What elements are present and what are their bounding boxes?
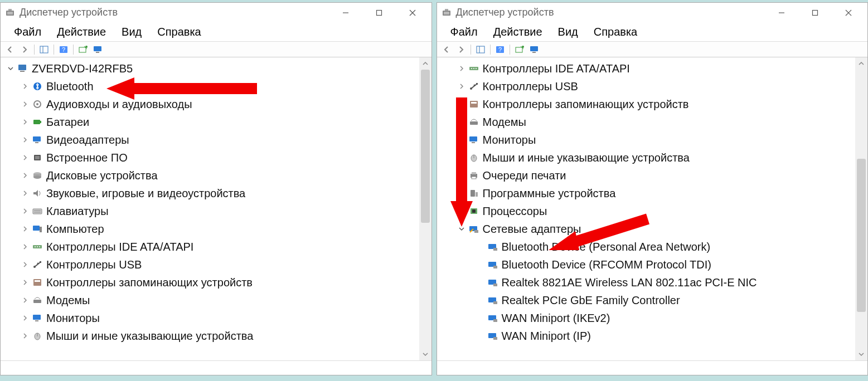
close-button[interactable] [832, 3, 865, 23]
tree-item[interactable]: Мыши и иные указывающие устройства [443, 149, 856, 167]
svg-rect-11 [79, 47, 86, 52]
chevron-right-icon[interactable] [457, 171, 466, 180]
maximize-button[interactable] [362, 3, 396, 23]
minimize-button[interactable] [329, 3, 362, 23]
scan-button[interactable] [77, 44, 89, 55]
statusbar [1, 360, 431, 375]
menu-file[interactable]: Файл [443, 23, 486, 41]
chevron-right-icon[interactable] [21, 260, 30, 269]
chevron-right-icon[interactable] [21, 171, 30, 180]
back-button[interactable] [440, 44, 453, 55]
chevron-right-icon[interactable] [457, 207, 466, 216]
help-button[interactable]: ? [57, 44, 70, 55]
tree-item[interactable]: Мониторы [6, 309, 419, 327]
scan-button[interactable] [513, 44, 526, 55]
chevron-right-icon[interactable] [21, 331, 30, 340]
menu-action[interactable]: Действие [486, 23, 550, 41]
chevron-right-icon[interactable] [21, 278, 30, 287]
tree-item[interactable]: Мыши и иные указывающие устройства [6, 327, 419, 345]
vertical-scrollbar[interactable] [855, 57, 867, 360]
device-tree[interactable]: Контроллеры IDE ATA/ATAPIКонтроллеры USB… [437, 57, 856, 360]
chevron-right-icon[interactable] [21, 153, 30, 162]
chevron-right-icon[interactable] [457, 82, 466, 91]
svg-text:?: ? [62, 46, 65, 53]
vertical-scrollbar[interactable] [419, 57, 431, 360]
chevron-right-icon[interactable] [457, 118, 466, 126]
show-hide-tree-button[interactable] [474, 44, 487, 55]
monitor-button[interactable] [528, 44, 540, 55]
tree-item[interactable]: Контроллеры USB [443, 77, 856, 95]
tree-item[interactable]: Bluetooth [6, 77, 419, 95]
tree-item[interactable]: Мониторы [443, 131, 856, 149]
chevron-right-icon[interactable] [457, 64, 466, 73]
chevron-right-icon[interactable] [21, 82, 30, 91]
help-button[interactable]: ? [494, 44, 506, 55]
tree-item[interactable]: Программные устройства [443, 184, 856, 202]
tree-item[interactable]: Очереди печати [443, 167, 856, 184]
tree-item-label: Контроллеры IDE ATA/ATAPI [483, 62, 630, 75]
tree-subitem[interactable]: Bluetooth Device (RFCOMM Protocol TDI) [443, 256, 856, 273]
forward-button[interactable] [455, 44, 467, 55]
tree-item[interactable]: Модемы [443, 113, 856, 131]
menu-help[interactable]: Справка [586, 23, 645, 41]
chevron-right-icon[interactable] [21, 242, 30, 251]
chevron-right-icon[interactable] [457, 153, 466, 162]
tree-subitem[interactable]: Realtek PCIe GbE Family Controller [443, 291, 856, 309]
chevron-right-icon[interactable] [21, 100, 30, 109]
close-button[interactable] [396, 3, 429, 23]
tree-item[interactable]: Компьютер [6, 220, 419, 238]
chevron-right-icon[interactable] [21, 135, 30, 144]
show-hide-tree-button[interactable] [38, 44, 50, 55]
tree-subitem[interactable]: WAN Miniport (IP) [443, 327, 856, 345]
tree-subitem[interactable]: WAN Miniport (IKEv2) [443, 309, 856, 327]
minimize-button[interactable] [765, 3, 798, 23]
chevron-right-icon[interactable] [21, 207, 30, 216]
tree-item[interactable]: Модемы [6, 291, 419, 309]
chevron-down-icon[interactable] [6, 64, 15, 73]
tree-item[interactable]: Клавиатуры [6, 202, 419, 220]
tree-item[interactable]: Видеоадаптеры [6, 131, 419, 149]
monitor-icon [32, 312, 43, 324]
scroll-up-icon[interactable] [419, 57, 431, 70]
titlebar[interactable]: Диспетчер устройств [1, 3, 431, 23]
tree-item[interactable]: Сетевые адаптеры [443, 220, 856, 238]
tree-item[interactable]: Контроллеры USB [6, 256, 419, 273]
chevron-right-icon[interactable] [21, 189, 30, 198]
tree-item[interactable]: Контроллеры IDE ATA/ATAPI [443, 60, 856, 77]
tree-item[interactable]: Процессоры [443, 202, 856, 220]
device-tree[interactable]: ZVERDVD-I42RFB5 BluetoothАудиовходы и ау… [1, 57, 419, 360]
monitor-button[interactable] [91, 44, 104, 55]
chevron-right-icon[interactable] [457, 135, 466, 144]
tree-subitem[interactable]: Realtek 8821AE Wireless LAN 802.11ac PCI… [443, 273, 856, 291]
tree-item[interactable]: Батареи [6, 113, 419, 131]
menu-file[interactable]: Файл [6, 23, 49, 41]
tree-item[interactable]: Звуковые, игровые и видеоустройства [6, 184, 419, 202]
tree-item[interactable]: Дисковые устройства [6, 167, 419, 184]
tree-item[interactable]: Контроллеры запоминающих устройств [443, 95, 856, 113]
tree-item[interactable]: Контроллеры запоминающих устройств [6, 273, 419, 291]
tree-item[interactable]: Контроллеры IDE ATA/ATAPI [6, 238, 419, 256]
forward-button[interactable] [18, 44, 31, 55]
tree-item[interactable]: Встроенное ПО [6, 149, 419, 167]
titlebar[interactable]: Диспетчер устройств [437, 3, 868, 23]
menu-view[interactable]: Вид [114, 23, 149, 41]
back-button[interactable] [4, 44, 16, 55]
tree-item-label: Модемы [46, 294, 90, 307]
chevron-right-icon[interactable] [21, 314, 30, 323]
chevron-right-icon[interactable] [21, 224, 30, 233]
chevron-right-icon[interactable] [457, 100, 466, 109]
tree-item[interactable]: Аудиовходы и аудиовыходы [6, 95, 419, 113]
chevron-right-icon[interactable] [21, 296, 30, 305]
menu-view[interactable]: Вид [550, 23, 586, 41]
maximize-button[interactable] [798, 3, 832, 23]
menu-help[interactable]: Справка [149, 23, 208, 41]
chevron-right-icon[interactable] [457, 189, 466, 198]
chevron-down-icon[interactable] [457, 224, 466, 233]
scroll-up-icon[interactable] [855, 57, 867, 70]
tree-subitem[interactable]: Bluetooth Device (Personal Area Network) [443, 238, 856, 256]
scroll-down-icon[interactable] [419, 348, 431, 360]
menu-action[interactable]: Действие [49, 23, 114, 41]
chevron-right-icon[interactable] [21, 118, 30, 126]
tree-root[interactable]: ZVERDVD-I42RFB5 [6, 60, 419, 77]
scroll-down-icon[interactable] [855, 348, 867, 360]
